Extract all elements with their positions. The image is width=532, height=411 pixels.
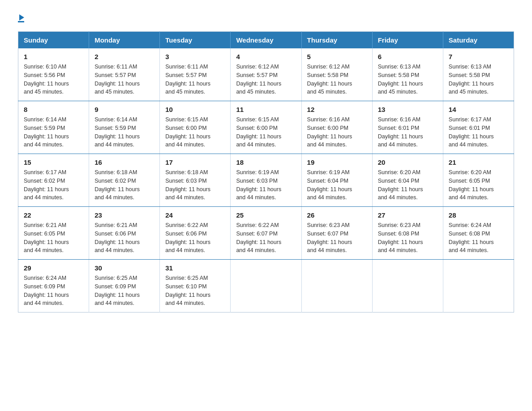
day-number: 13: [378, 106, 438, 113]
day-info: Sunrise: 6:18 AMSunset: 6:02 PMDaylight:…: [94, 168, 154, 202]
calendar-cell: 10 Sunrise: 6:15 AMSunset: 6:00 PMDaylig…: [160, 101, 231, 154]
day-info: Sunrise: 6:23 AMSunset: 6:07 PMDaylight:…: [307, 221, 367, 255]
calendar-cell: 3 Sunrise: 6:11 AMSunset: 5:57 PMDayligh…: [160, 48, 231, 101]
calendar-cell: 8 Sunrise: 6:14 AMSunset: 5:59 PMDayligh…: [18, 101, 89, 154]
day-info: Sunrise: 6:24 AMSunset: 6:09 PMDaylight:…: [24, 274, 83, 308]
calendar-cell: 14 Sunrise: 6:17 AMSunset: 6:01 PMDaylig…: [443, 101, 514, 154]
day-info: Sunrise: 6:19 AMSunset: 6:04 PMDaylight:…: [307, 168, 367, 202]
calendar-week-row: 29 Sunrise: 6:24 AMSunset: 6:09 PMDaylig…: [18, 260, 514, 313]
calendar-cell: 30 Sunrise: 6:25 AMSunset: 6:09 PMDaylig…: [89, 260, 160, 313]
day-info: Sunrise: 6:22 AMSunset: 6:07 PMDaylight:…: [236, 221, 296, 255]
logo-underline: [18, 21, 24, 22]
calendar-cell: 24 Sunrise: 6:22 AMSunset: 6:06 PMDaylig…: [160, 207, 231, 260]
day-number: 22: [24, 211, 83, 219]
calendar-cell: 5 Sunrise: 6:12 AMSunset: 5:58 PMDayligh…: [301, 48, 372, 101]
day-number: 19: [307, 158, 367, 166]
calendar-cell: 26 Sunrise: 6:23 AMSunset: 6:07 PMDaylig…: [301, 207, 372, 260]
day-of-week-header: Saturday: [443, 32, 514, 49]
day-info: Sunrise: 6:17 AMSunset: 6:02 PMDaylight:…: [24, 168, 83, 202]
day-number: 28: [449, 211, 508, 219]
day-of-week-header: Tuesday: [160, 32, 231, 49]
calendar-week-row: 15 Sunrise: 6:17 AMSunset: 6:02 PMDaylig…: [18, 154, 514, 207]
logo: [18, 13, 24, 22]
day-info: Sunrise: 6:14 AMSunset: 5:59 PMDaylight:…: [94, 116, 154, 149]
calendar-cell: 13 Sunrise: 6:16 AMSunset: 6:01 PMDaylig…: [372, 101, 443, 154]
logo-triangle-icon: [19, 14, 24, 21]
calendar-cell: 22 Sunrise: 6:21 AMSunset: 6:05 PMDaylig…: [18, 207, 89, 260]
calendar-cell: 16 Sunrise: 6:18 AMSunset: 6:02 PMDaylig…: [89, 154, 160, 207]
day-info: Sunrise: 6:11 AMSunset: 5:57 PMDaylight:…: [165, 63, 225, 96]
day-info: Sunrise: 6:12 AMSunset: 5:58 PMDaylight:…: [307, 63, 367, 96]
day-number: 14: [449, 106, 508, 113]
day-info: Sunrise: 6:11 AMSunset: 5:57 PMDaylight:…: [94, 63, 154, 96]
day-number: 25: [236, 211, 296, 219]
calendar-cell: [231, 260, 301, 313]
calendar-cell: 1 Sunrise: 6:10 AMSunset: 5:56 PMDayligh…: [18, 48, 89, 101]
day-number: 2: [94, 53, 154, 60]
calendar-cell: [443, 260, 514, 313]
day-info: Sunrise: 6:16 AMSunset: 6:00 PMDaylight:…: [307, 116, 367, 149]
day-info: Sunrise: 6:24 AMSunset: 6:08 PMDaylight:…: [449, 221, 508, 255]
calendar-cell: 28 Sunrise: 6:24 AMSunset: 6:08 PMDaylig…: [443, 207, 514, 260]
calendar-cell: 29 Sunrise: 6:24 AMSunset: 6:09 PMDaylig…: [18, 260, 89, 313]
calendar-cell: 27 Sunrise: 6:23 AMSunset: 6:08 PMDaylig…: [372, 207, 443, 260]
calendar-cell: 4 Sunrise: 6:12 AMSunset: 5:57 PMDayligh…: [231, 48, 301, 101]
day-number: 31: [165, 264, 225, 272]
day-number: 12: [307, 106, 367, 113]
day-info: Sunrise: 6:15 AMSunset: 6:00 PMDaylight:…: [165, 116, 225, 149]
logo-name: [18, 13, 24, 22]
calendar-cell: 18 Sunrise: 6:19 AMSunset: 6:03 PMDaylig…: [231, 154, 301, 207]
day-info: Sunrise: 6:15 AMSunset: 6:00 PMDaylight:…: [236, 116, 296, 149]
calendar-cell: 7 Sunrise: 6:13 AMSunset: 5:58 PMDayligh…: [443, 48, 514, 101]
day-number: 5: [307, 53, 367, 60]
day-number: 18: [236, 158, 296, 166]
day-info: Sunrise: 6:21 AMSunset: 6:06 PMDaylight:…: [94, 221, 154, 255]
day-number: 30: [94, 264, 154, 272]
calendar-cell: 25 Sunrise: 6:22 AMSunset: 6:07 PMDaylig…: [231, 207, 301, 260]
day-number: 23: [94, 211, 154, 219]
day-number: 10: [165, 106, 225, 113]
day-number: 8: [24, 106, 83, 113]
day-number: 9: [94, 106, 154, 113]
day-info: Sunrise: 6:14 AMSunset: 5:59 PMDaylight:…: [24, 116, 83, 149]
calendar-cell: 6 Sunrise: 6:13 AMSunset: 5:58 PMDayligh…: [372, 48, 443, 101]
day-of-week-header: Friday: [372, 32, 443, 49]
calendar-cell: 2 Sunrise: 6:11 AMSunset: 5:57 PMDayligh…: [89, 48, 160, 101]
calendar-week-row: 1 Sunrise: 6:10 AMSunset: 5:56 PMDayligh…: [18, 48, 514, 101]
calendar-table: SundayMondayTuesdayWednesdayThursdayFrid…: [18, 31, 514, 313]
calendar-cell: 12 Sunrise: 6:16 AMSunset: 6:00 PMDaylig…: [301, 101, 372, 154]
calendar-cell: [301, 260, 372, 313]
day-info: Sunrise: 6:20 AMSunset: 6:04 PMDaylight:…: [378, 168, 438, 202]
calendar-cell: [372, 260, 443, 313]
day-of-week-header: Monday: [89, 32, 160, 49]
calendar-cell: 20 Sunrise: 6:20 AMSunset: 6:04 PMDaylig…: [372, 154, 443, 207]
day-info: Sunrise: 6:17 AMSunset: 6:01 PMDaylight:…: [449, 116, 508, 149]
day-number: 4: [236, 53, 296, 60]
day-number: 24: [165, 211, 225, 219]
calendar-week-row: 8 Sunrise: 6:14 AMSunset: 5:59 PMDayligh…: [18, 101, 514, 154]
day-of-week-header: Sunday: [18, 32, 89, 49]
day-info: Sunrise: 6:25 AMSunset: 6:10 PMDaylight:…: [165, 274, 225, 308]
calendar-header: SundayMondayTuesdayWednesdayThursdayFrid…: [18, 32, 514, 49]
calendar-cell: 19 Sunrise: 6:19 AMSunset: 6:04 PMDaylig…: [301, 154, 372, 207]
day-number: 20: [378, 158, 438, 166]
calendar-cell: 9 Sunrise: 6:14 AMSunset: 5:59 PMDayligh…: [89, 101, 160, 154]
day-info: Sunrise: 6:13 AMSunset: 5:58 PMDaylight:…: [378, 63, 438, 96]
day-number: 16: [94, 158, 154, 166]
day-info: Sunrise: 6:19 AMSunset: 6:03 PMDaylight:…: [236, 168, 296, 202]
day-info: Sunrise: 6:22 AMSunset: 6:06 PMDaylight:…: [165, 221, 225, 255]
day-number: 6: [378, 53, 438, 60]
calendar-cell: 15 Sunrise: 6:17 AMSunset: 6:02 PMDaylig…: [18, 154, 89, 207]
days-of-week-row: SundayMondayTuesdayWednesdayThursdayFrid…: [18, 32, 514, 49]
logo-blue-row: [18, 13, 24, 20]
day-info: Sunrise: 6:10 AMSunset: 5:56 PMDaylight:…: [24, 63, 83, 96]
calendar-cell: 31 Sunrise: 6:25 AMSunset: 6:10 PMDaylig…: [160, 260, 231, 313]
day-info: Sunrise: 6:12 AMSunset: 5:57 PMDaylight:…: [236, 63, 296, 96]
day-number: 26: [307, 211, 367, 219]
day-info: Sunrise: 6:13 AMSunset: 5:58 PMDaylight:…: [449, 63, 508, 96]
calendar-cell: 21 Sunrise: 6:20 AMSunset: 6:05 PMDaylig…: [443, 154, 514, 207]
day-info: Sunrise: 6:16 AMSunset: 6:01 PMDaylight:…: [378, 116, 438, 149]
day-info: Sunrise: 6:23 AMSunset: 6:08 PMDaylight:…: [378, 221, 438, 255]
day-number: 11: [236, 106, 296, 113]
day-number: 1: [24, 53, 83, 60]
